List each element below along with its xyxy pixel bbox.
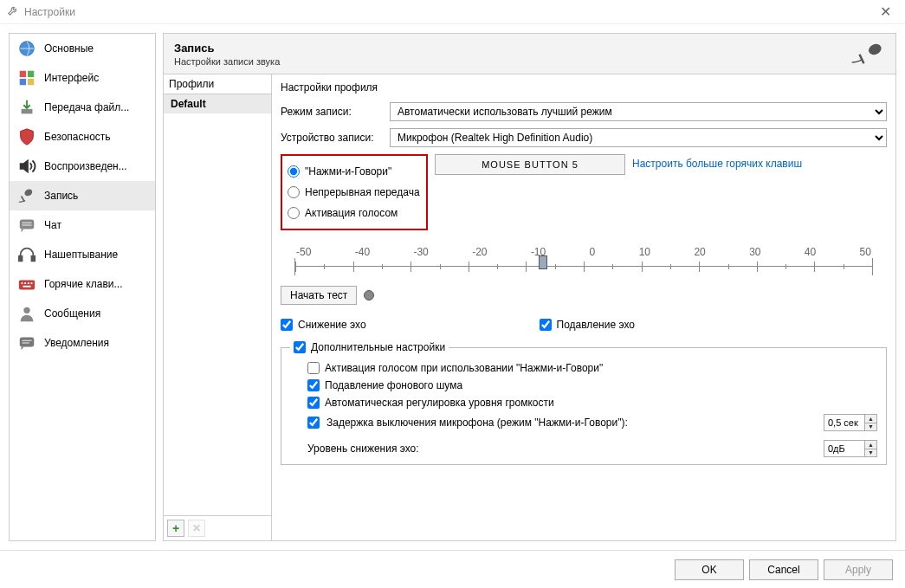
apply-button: Apply xyxy=(824,559,893,580)
svg-rect-16 xyxy=(24,282,26,284)
sidebar-item-security[interactable]: Безопасность xyxy=(10,122,155,152)
advanced-checkbox[interactable] xyxy=(294,341,306,353)
profile-item-default[interactable]: Default xyxy=(164,94,271,113)
svg-rect-4 xyxy=(20,79,26,85)
speaker-icon xyxy=(16,156,37,177)
record-mode-select[interactable]: Автоматически использовать лучший режим xyxy=(390,102,887,121)
delay-input[interactable] xyxy=(824,415,864,430)
start-test-button[interactable]: Начать тест xyxy=(281,286,357,305)
transmit-mode-group: "Нажми-и-Говори" Непрерывная передача Ак… xyxy=(281,154,428,230)
sidebar-item-general[interactable]: Основные xyxy=(10,34,155,63)
profiles-list[interactable]: Default xyxy=(164,94,271,515)
sidebar-item-chat[interactable]: Чат xyxy=(10,210,155,240)
download-icon xyxy=(16,97,37,118)
sidebar-item-notifications[interactable]: Уведомления xyxy=(10,328,155,358)
microphone-icon xyxy=(16,185,37,206)
slider-track[interactable] xyxy=(294,258,873,275)
profiles-column: Профили Default + ✕ xyxy=(164,74,272,540)
sidebar-label: Нашептывание xyxy=(44,249,118,261)
spin-up[interactable]: ▲ xyxy=(864,441,876,449)
svg-point-24 xyxy=(867,42,883,57)
svg-rect-18 xyxy=(31,282,33,284)
spin-down[interactable]: ▼ xyxy=(864,423,876,431)
gain-slider[interactable]: -50 -40 -30 -20 -10 0 10 20 30 40 50 xyxy=(294,246,873,275)
add-profile-button[interactable]: + xyxy=(167,520,184,537)
svg-rect-15 xyxy=(22,282,23,284)
slider-thumb[interactable] xyxy=(539,255,547,269)
device-label: Устройство записи: xyxy=(281,132,385,144)
sidebar-item-playback[interactable]: Воспроизведен... xyxy=(10,152,155,181)
grid-icon xyxy=(16,68,37,88)
delay-checkbox[interactable] xyxy=(307,417,320,429)
vad-ptt-checkbox[interactable] xyxy=(307,362,320,374)
sidebar-item-interface[interactable]: Интерфейс xyxy=(10,63,155,93)
close-button[interactable]: ✕ xyxy=(873,3,898,20)
svg-point-7 xyxy=(23,188,34,197)
svg-rect-6 xyxy=(22,109,33,113)
cross-icon: ✕ xyxy=(192,522,201,534)
svg-rect-14 xyxy=(19,280,35,289)
sidebar-item-whisper[interactable]: Нашептывание xyxy=(10,240,155,269)
sidebar-label: Чат xyxy=(44,219,61,231)
agc-checkbox[interactable] xyxy=(307,397,320,409)
sidebar-label: Основные xyxy=(44,42,94,55)
radio-ptt[interactable] xyxy=(288,165,300,178)
sidebar-label: Сообщения xyxy=(44,307,100,320)
svg-rect-25 xyxy=(858,54,864,64)
svg-rect-5 xyxy=(28,79,34,85)
test-indicator xyxy=(364,290,374,300)
hotkey-button[interactable]: MOUSE BUTTON 5 xyxy=(435,154,625,175)
sidebar-label: Уведомления xyxy=(44,337,109,349)
svg-rect-9 xyxy=(20,220,35,229)
shield-icon xyxy=(16,126,37,147)
titlebar: Настройки ✕ xyxy=(0,0,905,24)
sidebar: Основные Интерфейс Передача файл... Безо… xyxy=(9,33,156,541)
microphone-large-icon xyxy=(850,41,885,67)
sidebar-item-hotkeys[interactable]: Горячие клави... xyxy=(10,269,155,299)
mode-label: Режим записи: xyxy=(281,106,385,118)
window-title: Настройки xyxy=(24,6,75,18)
svg-rect-17 xyxy=(28,282,29,284)
remove-profile-button: ✕ xyxy=(188,520,205,537)
advanced-fieldset: Дополнительные настройки Активация голос… xyxy=(281,341,887,465)
sidebar-label: Интерфейс xyxy=(44,72,99,84)
record-device-select[interactable]: Микрофон (Realtek High Definition Audio) xyxy=(390,128,887,147)
ok-button[interactable]: OK xyxy=(675,559,744,580)
sidebar-label: Горячие клави... xyxy=(44,278,123,290)
profile-settings: Настройки профиля Режим записи: Автомати… xyxy=(272,74,895,540)
echo-cancel-checkbox[interactable] xyxy=(540,319,552,331)
sidebar-item-messages[interactable]: Сообщения xyxy=(10,299,155,328)
svg-rect-19 xyxy=(23,286,30,288)
more-hotkeys-link[interactable]: Настроить больше горячих клавиш xyxy=(632,154,802,170)
echo-reduce-checkbox[interactable] xyxy=(281,319,293,331)
sidebar-item-filetransfer[interactable]: Передача файл... xyxy=(10,93,155,122)
delay-spinbox[interactable]: ▲▼ xyxy=(824,414,877,431)
settings-heading: Настройки профиля xyxy=(281,78,887,102)
radio-vad[interactable] xyxy=(288,207,300,219)
page-title: Запись xyxy=(174,42,850,55)
svg-point-20 xyxy=(23,307,29,313)
page-subtitle: Настройки записи звука xyxy=(174,56,850,67)
sidebar-label: Безопасность xyxy=(44,131,111,143)
wrench-icon xyxy=(7,4,19,19)
user-icon xyxy=(16,303,37,324)
level-spinbox[interactable]: ▲▼ xyxy=(824,440,877,457)
svg-rect-2 xyxy=(20,71,26,77)
spin-up[interactable]: ▲ xyxy=(864,415,876,423)
sidebar-label: Запись xyxy=(44,190,78,202)
sidebar-label: Передача файл... xyxy=(44,101,129,113)
spin-down[interactable]: ▼ xyxy=(864,449,876,457)
sidebar-label: Воспроизведен... xyxy=(44,160,127,172)
radio-continuous[interactable] xyxy=(288,186,300,198)
svg-rect-3 xyxy=(28,71,34,77)
keyboard-icon xyxy=(16,274,37,294)
cancel-button[interactable]: Cancel xyxy=(749,559,818,580)
plus-icon: + xyxy=(172,521,179,535)
dialog-footer: OK Cancel Apply xyxy=(0,550,905,588)
noise-checkbox[interactable] xyxy=(307,379,320,391)
speech-icon xyxy=(16,333,37,353)
level-input[interactable] xyxy=(824,441,864,456)
chat-icon xyxy=(16,215,37,236)
sidebar-item-record[interactable]: Запись xyxy=(10,181,155,210)
content-header: Запись Настройки записи звука xyxy=(163,33,896,74)
